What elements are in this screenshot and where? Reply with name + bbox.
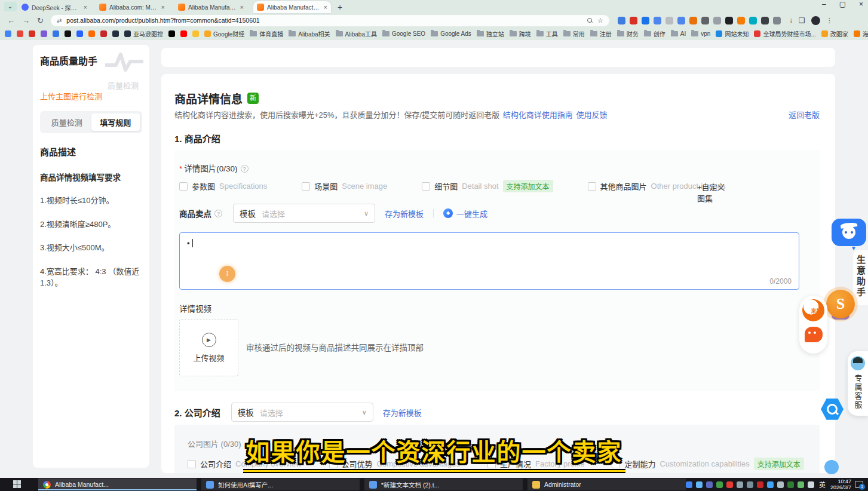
tray-icon[interactable] xyxy=(747,481,753,488)
tab-search-chevron-icon[interactable]: ⌄ xyxy=(4,2,17,11)
tab-fill-rules[interactable]: 填写规则 xyxy=(91,113,140,131)
feedback-link[interactable]: 使用反馈 xyxy=(576,111,608,119)
tray-icon[interactable] xyxy=(757,481,763,488)
tab-quality-check[interactable]: 质量检测 xyxy=(42,113,91,131)
bookmark-item[interactable]: Alibaba相关 xyxy=(289,29,330,38)
save-template-link[interactable]: 存为新模板 xyxy=(385,208,424,219)
customer-service-panel[interactable]: 专属客服 xyxy=(848,351,868,416)
extension-icon[interactable] xyxy=(749,17,757,24)
company-type-option[interactable]: 定制能力 Customization capabilities 支持添加文本 xyxy=(612,458,803,470)
bookmark-item[interactable]: Google财经 xyxy=(204,29,244,38)
extension-icon[interactable] xyxy=(677,17,685,24)
bookmark-item[interactable]: 工具 xyxy=(536,29,558,38)
tab-close-icon[interactable]: × xyxy=(240,4,244,11)
bookmark-item[interactable] xyxy=(112,30,119,37)
bookmark-star-icon[interactable]: ☆ xyxy=(597,17,603,24)
bookmark-item[interactable]: Alibaba工具 xyxy=(336,29,377,38)
bookmark-item[interactable]: AI xyxy=(671,30,686,37)
address-bar[interactable]: ⇄ post.alibaba.com/product/publish.htm?f… xyxy=(51,15,609,26)
forward-icon[interactable]: → xyxy=(22,16,30,25)
company-type-option[interactable]: 公司介绍 Company overview xyxy=(188,458,302,469)
bookmark-item[interactable] xyxy=(17,30,23,37)
extension-icon[interactable] xyxy=(761,17,769,24)
checkbox[interactable] xyxy=(612,460,620,468)
guide-link[interactable]: 结构化商详使用指南 xyxy=(503,111,573,119)
tray-icon[interactable] xyxy=(737,481,743,488)
checkbox[interactable] xyxy=(329,460,338,468)
maximize-button[interactable]: ▢ xyxy=(839,0,846,8)
tab-close-icon[interactable]: × xyxy=(84,4,87,11)
checkbox[interactable] xyxy=(302,182,310,191)
reload-icon[interactable]: ↻ xyxy=(37,16,44,25)
bookmark-item[interactable]: 创作 xyxy=(644,29,665,38)
back-icon[interactable]: ← xyxy=(7,16,15,25)
checkbox[interactable] xyxy=(422,182,430,191)
site-info-icon[interactable]: ⇄ xyxy=(57,17,62,24)
business-assistant-label[interactable]: 生意助手 xyxy=(853,250,868,305)
bookmark-item[interactable] xyxy=(88,30,95,37)
bookmark-item[interactable]: 财务 xyxy=(617,29,639,38)
laisou-icon[interactable]: 来搜 xyxy=(802,299,824,321)
bookmark-item[interactable]: 网站未知 xyxy=(716,29,749,38)
selling-point-editor[interactable]: • 0/2000 xyxy=(179,232,799,290)
bookmark-item[interactable]: 海天知识产权保护... xyxy=(854,29,868,38)
image-type-option[interactable]: 场景图 Scene image xyxy=(302,180,387,192)
extension-icon[interactable] xyxy=(642,17,649,24)
ime-language-indicator[interactable]: 英 xyxy=(819,480,826,489)
bookmark-item[interactable]: 改图家 xyxy=(821,29,848,38)
one-click-generate-button[interactable]: 一键生成 xyxy=(456,208,487,219)
tray-icon[interactable] xyxy=(787,481,794,488)
taskbar-app-button[interactable]: 如何使用AI撰写产... xyxy=(201,478,360,490)
bookmark-item[interactable] xyxy=(53,30,59,37)
tray-icon[interactable] xyxy=(726,481,733,488)
tray-icon[interactable] xyxy=(696,481,703,488)
image-type-option[interactable]: 细节图 Detail shot 支持添加文本 xyxy=(422,180,553,192)
bookmark-item[interactable]: vpn xyxy=(691,30,710,37)
profile-avatar[interactable] xyxy=(811,16,820,25)
extension-icon[interactable] xyxy=(773,17,781,24)
extension-icon[interactable] xyxy=(665,17,673,24)
tray-icon[interactable] xyxy=(777,481,784,488)
tray-icon[interactable] xyxy=(686,481,692,488)
company-type-option[interactable]: 生产情况 Factory profile xyxy=(487,458,584,469)
extension-icon[interactable] xyxy=(701,17,709,24)
minimize-button[interactable]: – xyxy=(822,0,826,8)
tab-deepseek[interactable]: DeepSeek - 探索未至之境 × xyxy=(18,1,91,13)
tray-icon[interactable] xyxy=(808,481,814,488)
company-type-option[interactable]: 公司优势 Competitive advantages xyxy=(329,458,461,469)
extension-icon[interactable] xyxy=(630,17,637,24)
tab-alibaba-direct-1[interactable]: Alibaba Manufacturer Direct × xyxy=(174,1,247,13)
bookmark-item[interactable]: Google SEO xyxy=(382,30,425,37)
bookmark-item[interactable]: 体育直播 xyxy=(250,29,283,38)
tab-close-icon[interactable]: × xyxy=(161,4,165,11)
close-button[interactable]: × xyxy=(859,0,863,8)
bookmark-item[interactable]: Google Ads xyxy=(431,30,471,37)
taskbar-app-button[interactable]: *新建文本文档 (2).t... xyxy=(364,478,523,490)
extension-icon[interactable] xyxy=(618,17,625,24)
wechat-icon[interactable] xyxy=(805,327,823,342)
template-select[interactable]: 模板 请选择 ∨ xyxy=(233,204,375,223)
notification-icon[interactable]: 1 xyxy=(855,481,863,488)
bookmark-item[interactable] xyxy=(168,30,175,37)
image-type-option[interactable]: 参数图 Specifications xyxy=(179,180,267,192)
bookmark-item[interactable]: 亚马逊图搜 xyxy=(124,29,163,38)
checkbox[interactable] xyxy=(179,182,188,191)
bookmark-item[interactable] xyxy=(192,30,199,37)
bookmark-item[interactable] xyxy=(41,30,47,37)
bookmark-item[interactable]: 跨境 xyxy=(510,29,531,38)
tray-icon[interactable] xyxy=(716,481,723,488)
download-icon[interactable]: ↓ xyxy=(789,16,793,24)
bookmark-item[interactable] xyxy=(76,30,83,37)
tray-icon[interactable] xyxy=(767,481,774,488)
company-template-select[interactable]: 模板 请选择 ∨ xyxy=(231,403,373,422)
new-tab-button[interactable]: + xyxy=(335,2,345,13)
checkbox[interactable] xyxy=(487,460,496,468)
extension-icon[interactable] xyxy=(737,17,745,24)
taskbar-app-button[interactable]: Administrator xyxy=(527,478,686,490)
clock[interactable]: 10:47 2026/3/7 xyxy=(830,478,851,491)
s-logo-icon[interactable]: S xyxy=(826,290,855,318)
extensions-puzzle-icon[interactable]: ❑ xyxy=(799,16,805,24)
mini-float-button[interactable] xyxy=(824,460,839,474)
save-template-link[interactable]: 存为新模板 xyxy=(383,407,422,418)
tab-alibaba-direct-active[interactable]: Alibaba Manufacturer Direct × xyxy=(253,1,331,13)
